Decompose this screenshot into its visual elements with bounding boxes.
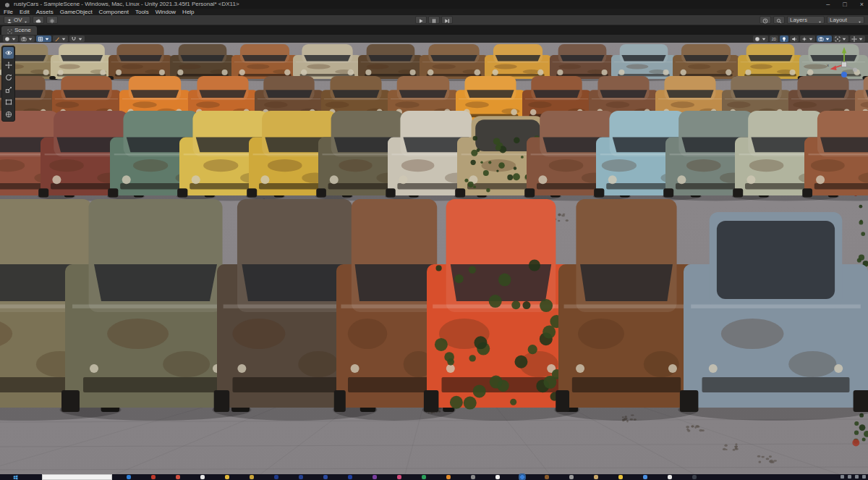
scene-canvas[interactable] bbox=[0, 43, 868, 474]
taskbar-app-icon[interactable] bbox=[471, 475, 475, 479]
audio-toggle[interactable] bbox=[790, 35, 799, 42]
overlay-paint-menu[interactable] bbox=[53, 35, 68, 42]
effects-menu[interactable] bbox=[800, 35, 815, 42]
scene-view-toolbar: 2D bbox=[0, 35, 868, 43]
taskbar-app-icon[interactable] bbox=[495, 475, 500, 479]
gizmos-menu[interactable] bbox=[833, 35, 848, 42]
taskbar-search-input[interactable] bbox=[42, 474, 112, 480]
taskbar-app-icon[interactable] bbox=[127, 475, 131, 479]
taskbar-app-icon[interactable] bbox=[225, 475, 229, 479]
settings-button[interactable] bbox=[46, 16, 58, 24]
layers-dropdown[interactable]: Layers bbox=[787, 16, 825, 24]
car[interactable] bbox=[291, 44, 364, 81]
taskbar-app-icon[interactable] bbox=[373, 475, 377, 479]
view-options-menu[interactable] bbox=[20, 35, 35, 42]
scene-viewport[interactable]: x bbox=[0, 43, 868, 474]
gizmo-x-label: x bbox=[827, 63, 829, 67]
rect-tool[interactable] bbox=[3, 96, 14, 108]
menu-component[interactable]: Component bbox=[99, 9, 129, 15]
car[interactable] bbox=[548, 44, 616, 81]
car[interactable] bbox=[48, 44, 114, 81]
car[interactable] bbox=[482, 44, 553, 81]
lighting-toggle[interactable] bbox=[780, 35, 788, 42]
main-toolbar: OV bbox=[0, 15, 868, 25]
taskbar-app-icon[interactable] bbox=[618, 475, 623, 479]
transform-tool[interactable] bbox=[3, 109, 14, 120]
car[interactable] bbox=[106, 44, 174, 81]
layout-dropdown[interactable]: Layout bbox=[827, 16, 864, 24]
tray-icon[interactable] bbox=[841, 475, 844, 479]
title-bar: rustyCars - SampleScene - Windows, Mac, … bbox=[0, 0, 868, 9]
move-tool[interactable] bbox=[3, 59, 14, 71]
car[interactable] bbox=[671, 44, 741, 81]
taskbar-app-icon[interactable] bbox=[446, 475, 451, 479]
pause-button[interactable] bbox=[428, 16, 440, 24]
tray-icon[interactable] bbox=[862, 475, 866, 479]
scale-tool[interactable] bbox=[3, 84, 14, 96]
taskbar-app-icon[interactable] bbox=[200, 475, 205, 479]
car[interactable] bbox=[417, 44, 490, 81]
car[interactable] bbox=[736, 44, 804, 81]
tab-scene[interactable]: Scene bbox=[1, 26, 37, 35]
2d-toggle[interactable]: 2D bbox=[770, 35, 778, 42]
orientation-gizmo[interactable]: x bbox=[825, 43, 864, 83]
car[interactable] bbox=[678, 212, 868, 421]
car[interactable] bbox=[609, 44, 678, 81]
taskbar-app-icon[interactable] bbox=[520, 475, 524, 479]
taskbar-app-icon[interactable] bbox=[594, 475, 598, 479]
taskbar-app-icon[interactable] bbox=[668, 475, 672, 479]
chevron-down-icon bbox=[858, 14, 861, 27]
taskbar-app-icon[interactable] bbox=[176, 475, 180, 479]
search-icon bbox=[776, 14, 782, 27]
snap-settings-menu[interactable] bbox=[69, 35, 85, 42]
tab-bar: Scene bbox=[0, 25, 868, 35]
start-button[interactable] bbox=[12, 474, 19, 480]
menu-tools[interactable]: Tools bbox=[135, 9, 149, 15]
scene-camera-menu[interactable] bbox=[817, 35, 832, 42]
car[interactable] bbox=[554, 199, 698, 421]
taskbar-app-icon[interactable] bbox=[348, 475, 352, 479]
grid-visibility-menu[interactable] bbox=[36, 35, 51, 42]
view-tool[interactable] bbox=[3, 47, 14, 59]
play-button[interactable] bbox=[415, 16, 427, 24]
layers-label: Layers bbox=[790, 17, 807, 23]
shading-menu[interactable] bbox=[753, 35, 768, 42]
taskbar-app-icon[interactable] bbox=[692, 475, 697, 479]
taskbar-app-icon[interactable] bbox=[545, 475, 549, 479]
car[interactable] bbox=[422, 199, 579, 421]
scene-toolbar-right: 2D bbox=[753, 35, 865, 42]
cloud-services-button[interactable] bbox=[33, 16, 44, 24]
car[interactable] bbox=[356, 44, 425, 81]
search-button[interactable] bbox=[773, 16, 785, 24]
taskbar-app-icon[interactable] bbox=[422, 475, 426, 479]
minimize-button[interactable]: – bbox=[826, 1, 830, 8]
tray-icon[interactable] bbox=[855, 475, 859, 479]
step-button[interactable] bbox=[441, 16, 453, 24]
taskbar-app-icon[interactable] bbox=[299, 475, 303, 479]
tray-icon[interactable] bbox=[848, 475, 851, 479]
car[interactable] bbox=[168, 44, 237, 81]
chevron-down-icon bbox=[24, 14, 27, 27]
taskbar-app-icon[interactable] bbox=[643, 475, 647, 479]
scene-tab-label: Scene bbox=[14, 28, 31, 33]
taskbar-app-icon[interactable] bbox=[569, 475, 574, 479]
taskbar-app-icon[interactable] bbox=[274, 475, 278, 479]
account-dropdown[interactable]: OV bbox=[4, 16, 30, 24]
menu-help[interactable]: Help bbox=[182, 9, 194, 15]
account-label: OV bbox=[14, 17, 22, 23]
car[interactable] bbox=[229, 44, 300, 81]
taskbar-app-icon[interactable] bbox=[250, 475, 254, 479]
system-tray[interactable] bbox=[841, 475, 866, 479]
taskbar-app-icon[interactable] bbox=[323, 475, 328, 479]
menu-window[interactable]: Window bbox=[156, 9, 176, 15]
navigation-menu[interactable] bbox=[850, 35, 865, 42]
play-icon bbox=[418, 14, 424, 27]
rotate-tool[interactable] bbox=[3, 72, 14, 83]
taskbar-app-icon[interactable] bbox=[151, 475, 156, 479]
taskbar-app-icon[interactable] bbox=[397, 475, 401, 479]
draw-mode-menu[interactable] bbox=[3, 35, 18, 42]
maximize-button[interactable]: □ bbox=[843, 1, 846, 8]
undo-history-button[interactable] bbox=[760, 16, 771, 24]
menu-gameobject[interactable]: GameObject bbox=[60, 9, 93, 15]
close-button[interactable]: × bbox=[860, 1, 864, 8]
